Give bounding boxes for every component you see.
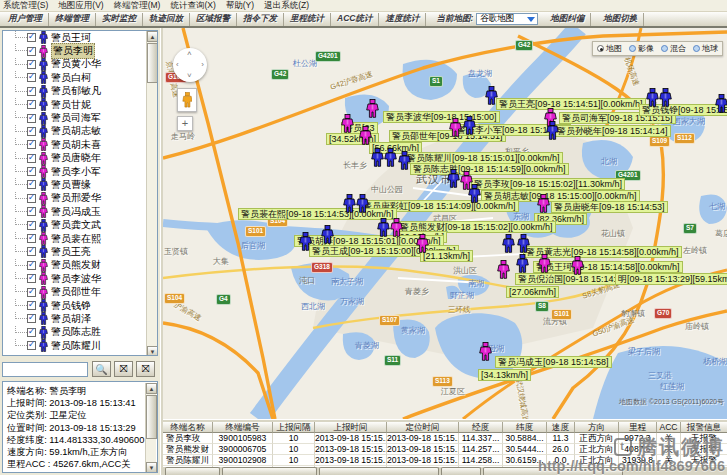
- tree-item-checkbox[interactable]: ✓: [27, 247, 36, 256]
- table-header-cell[interactable]: 定位时间: [387, 422, 459, 433]
- officer-marker[interactable]: [449, 118, 462, 137]
- tree-item[interactable]: ✓ 警员胡未喜: [3, 138, 157, 151]
- officer-marker[interactable]: [359, 126, 372, 145]
- tree-item-checkbox[interactable]: ✓: [27, 261, 36, 270]
- scroll-thumb[interactable]: [147, 43, 158, 83]
- officer-marker[interactable]: [341, 114, 354, 133]
- tree-item[interactable]: ✓ 警员胡泽: [3, 312, 157, 325]
- tree-item[interactable]: ✓ 警员冯成玉: [3, 205, 157, 218]
- tree-item-checkbox[interactable]: ✓: [27, 328, 36, 337]
- tree-item-checkbox[interactable]: ✓: [27, 100, 36, 109]
- tree-item[interactable]: ✓ 警员白柯: [3, 71, 157, 84]
- tree-item-checkbox[interactable]: ✓: [27, 73, 36, 82]
- officer-marker[interactable]: [715, 94, 727, 113]
- scroll-down-icon[interactable]: ▼: [146, 462, 157, 473]
- bottom-tab[interactable]: [483, 467, 623, 475]
- tree-item[interactable]: ✓ 警员王亮: [3, 245, 157, 258]
- menu-item[interactable]: 系统管理(S): [3, 0, 48, 12]
- pan-right-icon[interactable]: ›: [201, 61, 204, 69]
- tree-item-checkbox[interactable]: ✓: [27, 234, 36, 243]
- tree-item-checkbox[interactable]: ✓: [27, 221, 36, 230]
- tree-item-checkbox[interactable]: ✓: [27, 154, 36, 163]
- track-terminal-button[interactable]: ⛝: [136, 361, 155, 377]
- scroll-up-icon[interactable]: ▲: [146, 383, 157, 394]
- officer-marker[interactable]: [463, 116, 476, 135]
- toolbar-button[interactable]: 地图纠偏: [544, 13, 591, 26]
- zoom-in-button[interactable]: +: [177, 116, 193, 131]
- officer-marker[interactable]: [537, 194, 550, 213]
- officer-marker[interactable]: [299, 232, 312, 251]
- menu-item[interactable]: 地图应用(V): [58, 0, 103, 12]
- table-header-cell[interactable]: 纬度: [503, 422, 547, 433]
- menu-item[interactable]: 退出系统(Z): [264, 0, 309, 12]
- tree-item-checkbox[interactable]: ✓: [27, 127, 36, 136]
- menu-item[interactable]: 统计查询(X): [170, 0, 215, 12]
- tree-item-checkbox[interactable]: ✓: [27, 167, 36, 176]
- officer-marker[interactable]: [659, 88, 672, 107]
- table-header-cell[interactable]: 方向: [575, 422, 619, 433]
- officer-marker[interactable]: [366, 99, 379, 118]
- officer-marker[interactable]: [343, 194, 356, 213]
- table-header-cell[interactable]: 速度: [547, 422, 575, 433]
- officer-marker[interactable]: [497, 260, 510, 279]
- officer-marker[interactable]: [546, 121, 559, 140]
- tree-item[interactable]: ✓ 警员司海军: [3, 111, 157, 124]
- map-type-option[interactable]: 地图: [597, 43, 622, 54]
- bottom-tab[interactable]: [441, 467, 481, 475]
- officer-marker[interactable]: [356, 194, 369, 213]
- tree-item-checkbox[interactable]: ✓: [27, 314, 36, 323]
- pan-left-icon[interactable]: ‹: [176, 61, 179, 69]
- bottom-tab[interactable]: [319, 467, 439, 475]
- tree-item-checkbox[interactable]: ✓: [27, 288, 36, 297]
- map-type-option[interactable]: 混合: [661, 43, 686, 54]
- tree-item[interactable]: ✓ 警员郁敏凡: [3, 85, 157, 98]
- tree-item[interactable]: ✓ 警员陈志胜: [3, 326, 157, 339]
- tree-item[interactable]: ✓ 警员钱铮: [3, 299, 157, 312]
- table-row[interactable]: 警员李玫3900105983102013-09-18 15:15...2013-…: [163, 433, 727, 444]
- locate-terminal-button[interactable]: ⛝: [114, 361, 133, 377]
- tree-item[interactable]: ✓ 警员李明: [3, 44, 157, 57]
- scroll-thumb[interactable]: [146, 395, 157, 439]
- officer-marker[interactable]: [517, 234, 530, 253]
- officer-marker[interactable]: [516, 254, 529, 273]
- tree-item-checkbox[interactable]: ✓: [27, 180, 36, 189]
- search-button[interactable]: 🔍: [92, 361, 111, 377]
- table-row[interactable]: 警员陈耀川3900102908102013-09-18 15:15...2013…: [163, 455, 727, 466]
- toolbar-button[interactable]: 终端管理: [49, 13, 96, 26]
- tree-item-checkbox[interactable]: ✓: [27, 140, 36, 149]
- map-select-dropdown[interactable]: 谷歌地图: [476, 13, 538, 25]
- toolbar-button[interactable]: 轨迹回放: [143, 13, 190, 26]
- tree-item-checkbox[interactable]: ✓: [27, 87, 36, 96]
- search-input[interactable]: [2, 362, 88, 377]
- officer-marker[interactable]: [377, 218, 390, 237]
- tree-item-checkbox[interactable]: ✓: [27, 33, 36, 42]
- tree-item-checkbox[interactable]: ✓: [27, 341, 36, 350]
- info-scrollbar[interactable]: ▲ ▼: [145, 383, 156, 473]
- table-header-cell[interactable]: 经度: [459, 422, 503, 433]
- officer-marker[interactable]: [371, 148, 384, 167]
- scroll-down-icon[interactable]: ▼: [147, 346, 158, 356]
- tree-item-checkbox[interactable]: ✓: [27, 194, 36, 203]
- pan-up-icon[interactable]: ˄: [187, 50, 192, 58]
- menu-item[interactable]: 帮助(Y): [226, 0, 254, 12]
- officer-marker[interactable]: [646, 88, 659, 107]
- officer-marker[interactable]: [485, 86, 498, 105]
- bottom-tab[interactable]: [222, 467, 317, 475]
- tree-item[interactable]: ✓ 警员曹缘: [3, 178, 157, 191]
- officer-marker[interactable]: [502, 234, 515, 253]
- pan-down-icon[interactable]: ˅: [187, 72, 192, 80]
- toolbar-button[interactable]: 地图切换: [597, 13, 644, 26]
- pan-control[interactable]: ˄ ‹ › ˅: [173, 48, 207, 82]
- table-header-cell[interactable]: 上报时间: [315, 422, 387, 433]
- officer-marker[interactable]: [390, 218, 403, 237]
- tree-item[interactable]: ✓ 警员熊发财: [3, 259, 157, 272]
- scroll-up-icon[interactable]: ▲: [147, 31, 158, 42]
- toolbar-button[interactable]: 区域报警: [190, 13, 237, 26]
- officer-marker[interactable]: [479, 342, 492, 361]
- tree-item[interactable]: ✓ 警员龚文武: [3, 218, 157, 231]
- toolbar-button[interactable]: ACC统计: [331, 13, 379, 26]
- table-header-cell[interactable]: 终端名称: [163, 422, 213, 433]
- tree-item[interactable]: ✓ 警员李小军: [3, 165, 157, 178]
- tree-item[interactable]: ✓ 警员黄小华: [3, 58, 157, 71]
- tree-item-checkbox[interactable]: ✓: [27, 114, 36, 123]
